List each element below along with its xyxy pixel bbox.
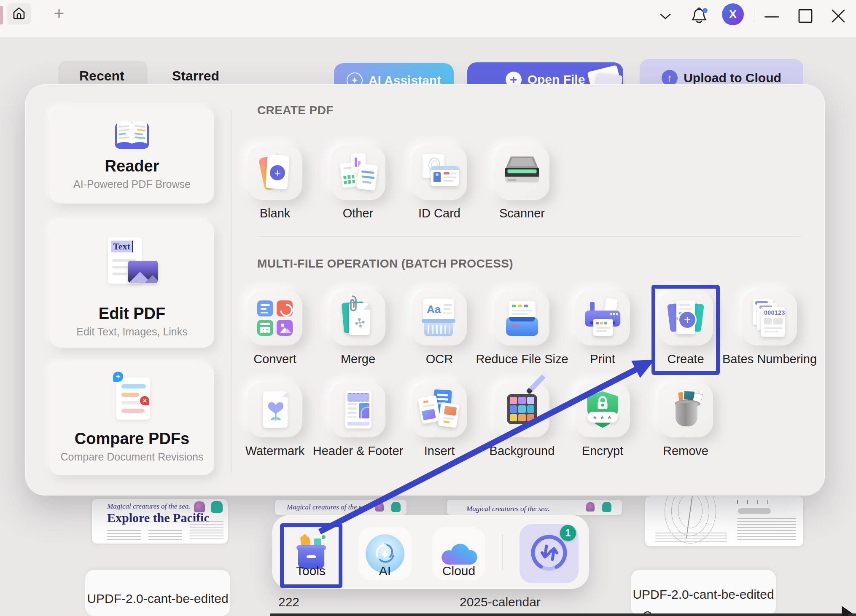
print-icon <box>583 299 622 337</box>
tool-insert[interactable] <box>412 383 467 437</box>
file-name-card-right[interactable]: UPDF-2.0-cant-be-edited C <box>631 570 776 616</box>
ocr-icon: Aa <box>420 299 459 337</box>
tool-merge[interactable]: ✣ <box>331 291 385 345</box>
encrypt-icon: * * * <box>582 390 623 430</box>
bates-numbering-icon: 000123 <box>750 298 789 338</box>
avatar[interactable]: X <box>722 3 744 25</box>
home-tab-button[interactable] <box>7 3 31 24</box>
coral-icon <box>194 501 205 512</box>
home-icon <box>12 7 26 21</box>
watermark-icon <box>256 391 294 429</box>
edit-pdf-icon: Text <box>108 237 159 292</box>
titlebar-divider <box>754 7 754 23</box>
tool-ocr[interactable]: Aa <box>412 291 467 345</box>
sidebar-card-compare-pdfs[interactable]: + ✕ Compare PDFs Compare Document Revisi… <box>50 363 214 475</box>
thumb-caption: Magical creatures of the sea. <box>466 505 550 513</box>
dock-label-cloud[interactable]: Cloud <box>421 564 497 578</box>
insert-icon <box>419 390 460 430</box>
reduce-file-size-icon <box>503 299 541 337</box>
scanner-icon <box>502 154 542 191</box>
tool-header-footer[interactable] <box>331 383 385 437</box>
section-title-create-pdf: CREATE PDF <box>257 104 334 117</box>
ocr-sample-text: Aa <box>427 303 441 316</box>
background-icon <box>503 391 541 429</box>
file-thumbnail-left[interactable]: Magical creatures of the sea. Explore th… <box>92 499 228 544</box>
convert-icon <box>257 300 293 336</box>
file-thumbnail-strip[interactable]: Magical creatures of the sea. <box>275 500 406 515</box>
tool-convert[interactable] <box>248 291 302 345</box>
tool-remove[interactable] <box>658 383 713 437</box>
file-name-card-left[interactable]: UPDF-2.0-cant-be-edited <box>85 570 230 616</box>
file-name-222[interactable]: 222 <box>278 595 299 609</box>
reader-title: Reader <box>50 157 214 175</box>
tab-starred[interactable]: Starred <box>172 68 219 84</box>
thumb-caption: Magical creatures of the sea. <box>107 502 191 511</box>
upload-to-cloud-label: Upload to Cloud <box>684 71 781 85</box>
reader-subtitle: AI-Powered PDF Browse <box>50 178 214 190</box>
tool-watermark[interactable] <box>248 383 302 437</box>
thumb-textlines <box>655 533 727 544</box>
edit-text-sample: Text <box>111 241 133 252</box>
photo-thumbnail <box>128 261 158 283</box>
add-pin-icon: + <box>113 372 123 382</box>
reader-book-icon <box>111 117 153 154</box>
tool-other[interactable] <box>331 145 385 200</box>
tool-reduce-file-size[interactable] <box>495 291 549 345</box>
coral-icon <box>211 501 223 513</box>
tool-label-remove[interactable]: Remove <box>631 444 740 458</box>
new-tab-button[interactable]: + <box>51 7 67 22</box>
tools-highlight-box <box>280 523 342 588</box>
header-footer-icon <box>339 391 377 429</box>
blank-icon: + <box>256 153 294 192</box>
file-thumbnail-right[interactable] <box>645 496 803 546</box>
panel-vertical-divider <box>231 110 231 473</box>
id-card-icon <box>420 153 459 192</box>
panel-horizontal-divider <box>257 236 801 237</box>
section-title-batch: MULTI-FILE OPERATION (BATCH PROCESS) <box>257 257 513 271</box>
sidebar-card-reader[interactable]: Reader AI-Powered PDF Browse <box>50 107 214 204</box>
dock-label-ai[interactable]: AI <box>347 564 423 578</box>
thumb-textlines <box>107 530 141 541</box>
tab-recent[interactable]: Recent <box>79 68 124 84</box>
mouse-cursor <box>840 606 856 616</box>
thumb-caption: Magical creatures of the sea. <box>287 503 370 512</box>
dock-divider <box>502 534 503 570</box>
upload-arrow-icon: ↑ <box>662 70 678 86</box>
minimize-button[interactable] <box>762 8 782 25</box>
tool-encrypt[interactable]: * * * <box>575 383 630 437</box>
tool-bates-numbering[interactable]: 000123 <box>742 291 797 345</box>
tool-label-scanner[interactable]: Scanner <box>467 206 577 220</box>
file-name[interactable]: UPDF-2.0-cant-be-edited <box>633 587 774 602</box>
thumb-textlines <box>737 518 796 542</box>
tool-blank[interactable]: + <box>248 145 302 200</box>
tool-background[interactable] <box>495 383 549 437</box>
close-button[interactable] <box>827 6 849 26</box>
background-window-sliver <box>0 6 3 24</box>
compare-pdfs-title: Compare PDFs <box>50 430 214 448</box>
tool-scanner[interactable] <box>495 145 549 200</box>
thumb-textlines <box>190 521 223 541</box>
coral-icon <box>586 502 595 512</box>
dropdown-chevron-button[interactable] <box>657 10 674 23</box>
tick-marks <box>737 500 775 504</box>
remove-icon <box>666 390 705 430</box>
coral-icon <box>391 502 401 512</box>
file-thumbnail-strip[interactable]: Magical creatures of the sea. <box>447 500 622 515</box>
compare-pdfs-icon: + ✕ <box>114 374 153 421</box>
tool-print[interactable] <box>575 291 630 345</box>
sync-badge: 1 <box>560 525 576 541</box>
tool-label-bates-numbering[interactable]: Bates Numbering <box>715 352 824 366</box>
edit-pdf-subtitle: Edit Text, Images, Links <box>50 326 214 338</box>
tool-id-card[interactable] <box>412 145 467 200</box>
sidebar-card-edit-pdf[interactable]: Text Edit PDF Edit Text, Images, Links <box>50 221 214 348</box>
gray-button-pill <box>738 508 771 514</box>
notifications-bell-button[interactable] <box>689 6 709 27</box>
edit-pdf-title: Edit PDF <box>50 305 214 323</box>
file-name-calendar[interactable]: 2025-calendar <box>460 595 541 609</box>
window-bottom-edge <box>270 613 856 616</box>
delete-pin-icon: ✕ <box>140 396 149 405</box>
file-name[interactable]: UPDF-2.0-cant-be-edited <box>87 592 228 606</box>
maximize-button[interactable] <box>795 6 816 26</box>
merge-icon: ✣ <box>339 298 377 338</box>
coral-icon <box>375 502 384 512</box>
